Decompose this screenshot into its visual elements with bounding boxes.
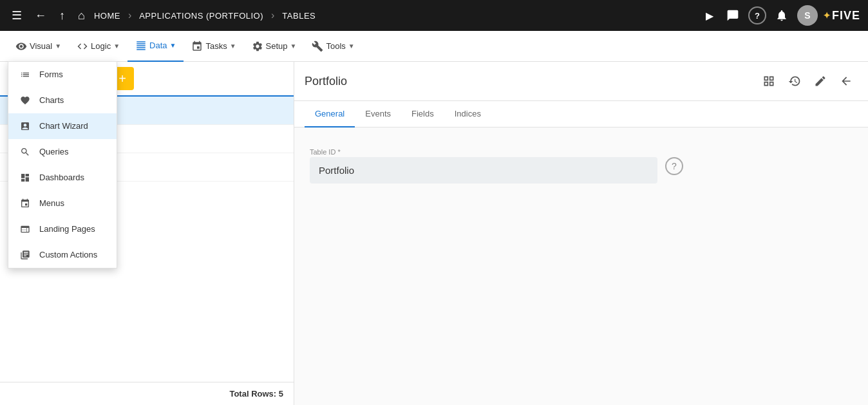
five-logo: ✦ FIVE xyxy=(823,9,860,23)
top-nav: ☰ ← ↑ ⌂ HOME › APPLICATIONS (PORTFOLIO) … xyxy=(0,0,868,31)
tab-indices[interactable]: Indices xyxy=(444,101,491,127)
dropdown-landing-pages[interactable]: Landing Pages xyxy=(8,216,117,242)
tab-fields[interactable]: Fields xyxy=(401,101,444,127)
queries-icon xyxy=(19,146,32,158)
custom-actions-icon xyxy=(19,249,32,261)
right-panel: Portfolio General Even xyxy=(294,62,868,405)
right-toolbar xyxy=(757,70,858,93)
grid-view-button[interactable] xyxy=(757,70,780,93)
dropdown-forms[interactable]: Forms xyxy=(8,62,117,88)
help-icon-label: ? xyxy=(672,161,677,171)
left-footer: Total Rows: 5 xyxy=(0,382,294,405)
dropdown-dashboards-label: Dashboards xyxy=(39,173,84,182)
table-id-field-row: Table ID * ? xyxy=(310,148,853,184)
dropdown-chart-wizard-label: Chart Wizard xyxy=(39,121,88,131)
tab-events[interactable]: Events xyxy=(355,101,401,127)
menu-visual-label: Visual xyxy=(30,41,52,51)
forms-icon xyxy=(19,68,32,81)
help-icon[interactable]: ? xyxy=(665,157,683,175)
menus-icon xyxy=(19,197,32,210)
menu-data-arrow: ▼ xyxy=(170,42,176,49)
table-id-label: Table ID * xyxy=(310,148,657,156)
notification-icon[interactable] xyxy=(771,5,792,26)
main-content: + Portfolio Stock StockPrice Total Rows:… xyxy=(0,62,868,405)
back-button[interactable] xyxy=(835,70,858,93)
dropdown-charts[interactable]: Charts xyxy=(8,88,117,113)
menu-tasks-label: Tasks xyxy=(205,41,227,51)
play-button[interactable]: ▶ xyxy=(702,6,717,26)
app-label[interactable]: APPLICATIONS (PORTFOLIO) xyxy=(139,11,263,21)
visual-dropdown: Forms Charts Chart Wizard Queries xyxy=(8,61,117,268)
menu-logic-arrow: ▼ xyxy=(113,42,120,50)
forward-button[interactable]: ↑ xyxy=(55,5,69,26)
dropdown-forms-label: Forms xyxy=(39,70,63,79)
chat-icon[interactable] xyxy=(722,5,743,26)
dropdown-chart-wizard[interactable]: Chart Wizard xyxy=(8,113,117,139)
dropdown-custom-actions[interactable]: Custom Actions xyxy=(8,242,117,268)
menu-tools[interactable]: Tools ▼ xyxy=(304,31,362,62)
table-id-input[interactable] xyxy=(310,157,657,184)
form-content: Table ID * ? xyxy=(294,127,868,214)
dropdown-menus[interactable]: Menus xyxy=(8,191,117,216)
top-nav-right: ▶ ? S ✦ FIVE xyxy=(702,5,860,26)
dropdown-landing-pages-label: Landing Pages xyxy=(39,224,95,234)
tab-general-label: General xyxy=(315,109,344,118)
charts-icon xyxy=(19,94,32,107)
table-id-container: Table ID * xyxy=(310,148,657,184)
help-icon[interactable]: ? xyxy=(748,6,766,24)
menu-bar: Visual ▼ Forms Charts Chart Wizard xyxy=(0,31,868,62)
tab-indices-label: Indices xyxy=(455,109,481,118)
tables-label[interactable]: TABLES xyxy=(282,11,316,21)
history-button[interactable] xyxy=(783,70,806,93)
dropdown-menus-label: Menus xyxy=(39,198,64,208)
menu-setup-arrow: ▼ xyxy=(290,42,297,50)
menu-tasks[interactable]: Tasks ▼ xyxy=(184,31,243,62)
logo-star: ✦ xyxy=(823,10,831,21)
menu-tools-arrow: ▼ xyxy=(348,42,355,50)
menu-setup[interactable]: Setup ▼ xyxy=(244,31,305,62)
user-avatar[interactable]: S xyxy=(797,5,818,26)
tab-general[interactable]: General xyxy=(305,101,355,127)
menu-icon[interactable]: ☰ xyxy=(8,5,26,26)
menu-setup-label: Setup xyxy=(266,41,288,51)
dropdown-charts-label: Charts xyxy=(39,95,64,105)
menu-visual-arrow: ▼ xyxy=(55,42,61,50)
home-label[interactable]: HOME xyxy=(94,11,120,21)
landing-pages-icon xyxy=(19,223,32,236)
tabs-bar: General Events Fields Indices xyxy=(294,101,868,127)
total-rows-label: Total Rows: 5 xyxy=(229,389,283,399)
dashboards-icon xyxy=(19,171,32,184)
edit-button[interactable] xyxy=(809,70,832,93)
chart-wizard-icon xyxy=(19,120,32,133)
menu-data[interactable]: Data ▼ xyxy=(127,31,184,62)
panel-title: Portfolio xyxy=(305,75,757,88)
menu-visual[interactable]: Visual ▼ Forms Charts Chart Wizard xyxy=(8,31,69,62)
menu-logic-label: Logic xyxy=(91,41,111,51)
tab-fields-label: Fields xyxy=(411,109,434,118)
breadcrumb-sep-1: › xyxy=(128,10,131,21)
menu-tools-label: Tools xyxy=(326,41,345,51)
menu-logic[interactable]: Logic ▼ xyxy=(69,31,127,62)
breadcrumb-sep-2: › xyxy=(271,10,274,21)
dropdown-queries[interactable]: Queries xyxy=(8,139,117,165)
menu-data-label: Data xyxy=(149,41,167,50)
right-header: Portfolio xyxy=(294,62,868,101)
back-button[interactable]: ← xyxy=(31,5,50,26)
dropdown-dashboards[interactable]: Dashboards xyxy=(8,165,117,191)
dropdown-queries-label: Queries xyxy=(39,147,69,156)
home-icon[interactable]: ⌂ xyxy=(74,5,89,26)
logo-text: FIVE xyxy=(832,9,860,23)
menu-tasks-arrow: ▼ xyxy=(230,42,236,50)
dropdown-custom-actions-label: Custom Actions xyxy=(39,250,97,259)
tab-events-label: Events xyxy=(365,109,391,118)
